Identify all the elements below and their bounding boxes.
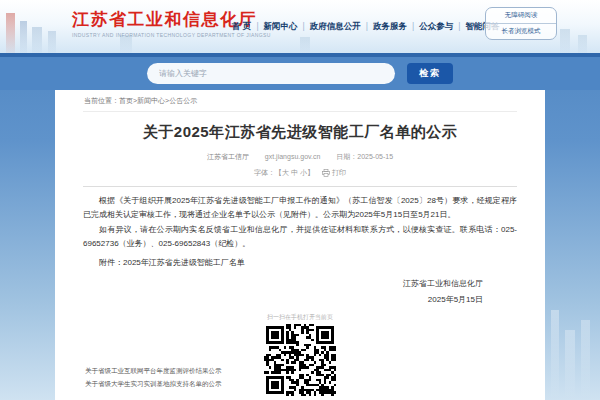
nav-item-participation[interactable]: 公众参与 [419,21,453,31]
nav-separator: | [303,21,305,31]
search-input[interactable] [147,63,395,84]
signature-date: 2025年5月15日 [83,292,483,309]
nav-separator: | [256,21,258,31]
divider [83,186,517,187]
search-button[interactable]: 检索 [407,63,453,84]
print-label: 打印 [332,168,346,178]
signature-block: 江苏省工业和信息化厅 2025年5月15日 [83,276,517,310]
print-button[interactable]: 打印 [322,168,346,178]
nav-item-home[interactable]: 首 页 [232,21,251,31]
article-meta: 江苏省工信厅 gxt.jiangsu.gov.cn 日期：2025-05-15 [83,152,517,162]
article-body: 根据《关于组织开展2025年江苏省先进级智能工厂申报工作的通知》（苏工信智发〔2… [83,194,517,252]
nav-item-services[interactable]: 政务服务 [373,21,407,31]
signature-org: 江苏省工业和信息化厅 [83,276,483,293]
elder-mode-button[interactable]: 长者浏览模式 [486,23,556,39]
page: 江苏省工业和信息化厅 INDUSTRY AND INFORMATION TECH… [0,0,600,400]
article-source: 江苏省工信厅 [207,153,249,160]
article-title: 关于2025年江苏省先进级智能工厂名单的公示 [83,123,517,142]
related-link[interactable]: 关于省级工业互联网平台年度监测评价结果公示 [85,365,222,377]
article-card: 当前位置：首页>新闻中心>公告公示 关于2025年江苏省先进级智能工厂名单的公示… [55,90,545,400]
nav-separator: | [412,21,414,31]
accessible-reading-button[interactable]: 无障碍阅读 [486,8,556,23]
related-link[interactable]: 关于省级大学生实习实训基地拟支持名单的公示 [85,378,222,390]
article-site-url: gxt.jiangsu.gov.cn [265,153,321,160]
related-links: 关于省级工业互联网平台年度监测评价结果公示 关于省级大学生实习实训基地拟支持名单… [85,365,222,390]
accessibility-box: 无障碍阅读 长者浏览模式 [485,7,557,40]
search-band: 检索 [0,53,600,90]
nav-item-info-disclosure[interactable]: 政府信息公开 [310,21,361,31]
paragraph: 根据《关于组织开展2025年江苏省先进级智能工厂申报工作的通知》（苏工信智发〔2… [83,194,517,223]
site-header: 江苏省工业和信息化厅 INDUSTRY AND INFORMATION TECH… [0,0,600,53]
nav-item-news[interactable]: 新闻中心 [264,21,298,31]
nav-separator: | [366,21,368,31]
font-size-switch[interactable]: 字体：【大 中 小】 [254,168,314,178]
cityscape-background [545,270,600,400]
breadcrumb[interactable]: 当前位置：首页>新闻中心>公告公示 [83,90,517,112]
article-toolbar: 字体：【大 中 小】 打印 [83,168,517,178]
attachment-link[interactable]: 附件：2025年江苏省先进级智能工厂名单 [83,257,517,268]
printer-icon [322,169,330,177]
paragraph: 如有异议，请在公示期内实名反馈省工业和信息化厅，并提供佐证材料和联系方式，以便核… [83,223,517,252]
qr-caption: 扫一扫在手机打开当前页 [83,313,517,322]
nav-separator: | [458,21,460,31]
main-nav: 首 页|新闻中心|政府信息公开|政务服务|公众参与|智能问答 [232,21,499,33]
article-date: 日期：2025-05-15 [336,153,393,160]
qr-code [264,324,336,396]
